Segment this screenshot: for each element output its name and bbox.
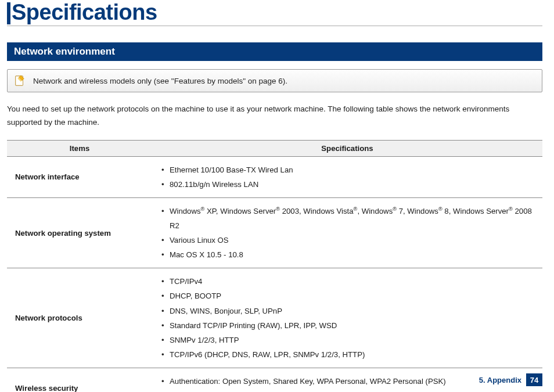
spec-list-item: Ethernet 10/100 Base-TX Wired Lan <box>160 163 534 177</box>
note-box: Network and wireless models only (see "F… <box>7 69 542 92</box>
table-row: Wireless securityAuthentication: Open Sy… <box>7 368 542 392</box>
spec-list: Authentication: Open System, Shared Key,… <box>160 374 534 392</box>
spec-list-item: Standard TCP/IP Printing (RAW), LPR, IPP… <box>160 318 534 333</box>
spec-list: Windows® XP, Windows Server® 2003, Windo… <box>160 204 534 262</box>
row-item-name: Network protocols <box>7 268 152 368</box>
spec-list-item: DHCP, BOOTP <box>160 289 534 303</box>
row-item-name: Wireless security <box>7 368 152 392</box>
table-row: Network protocolsTCP/IPv4DHCP, BOOTPDNS,… <box>7 268 542 368</box>
page-title: Specifications <box>12 0 157 23</box>
spec-table: Items Specifications Network interfaceEt… <box>7 140 542 392</box>
table-row: Network interfaceEthernet 10/100 Base-TX… <box>7 156 542 197</box>
spec-list-item: TCP/IPv6 (DHCP, DNS, RAW, LPR, SNMPv 1/2… <box>160 347 534 362</box>
row-item-name: Network operating system <box>7 198 152 268</box>
spec-list-item: Encryption: WEP64, WEP128, TKIP, AES <box>160 389 534 392</box>
title-row: Specifications <box>7 0 542 26</box>
note-icon <box>13 74 26 87</box>
footer: 5. Appendix 74 <box>479 373 542 386</box>
footer-chapter: 5. Appendix <box>479 376 521 384</box>
spec-list: Ethernet 10/100 Base-TX Wired Lan802.11b… <box>160 163 534 192</box>
footer-page-number: 74 <box>526 373 542 386</box>
title-accent-bar <box>7 2 10 24</box>
spec-list-item: Mac OS X 10.5 - 10.8 <box>160 247 534 262</box>
spec-list-item: Authentication: Open System, Shared Key,… <box>160 374 534 389</box>
intro-text: You need to set up the network protocols… <box>7 103 542 130</box>
spec-list-item: TCP/IPv4 <box>160 274 534 289</box>
col-header-specs: Specifications <box>152 140 542 156</box>
row-item-name: Network interface <box>7 156 152 197</box>
row-spec-cell: Ethernet 10/100 Base-TX Wired Lan802.11b… <box>152 156 542 197</box>
note-text: Network and wireless models only (see "F… <box>33 77 287 85</box>
row-spec-cell: TCP/IPv4DHCP, BOOTPDNS, WINS, Bonjour, S… <box>152 268 542 368</box>
row-spec-cell: Windows® XP, Windows Server® 2003, Windo… <box>152 198 542 268</box>
spec-list-item: Various Linux OS <box>160 233 534 247</box>
spec-list-item: Windows® XP, Windows Server® 2003, Windo… <box>160 204 534 233</box>
col-header-items: Items <box>7 140 152 156</box>
spec-list-item: SNMPv 1/2/3, HTTP <box>160 333 534 347</box>
table-row: Network operating systemWindows® XP, Win… <box>7 198 542 268</box>
spec-list-item: DNS, WINS, Bonjour, SLP, UPnP <box>160 304 534 318</box>
section-header: Network environment <box>7 42 542 61</box>
spec-list: TCP/IPv4DHCP, BOOTPDNS, WINS, Bonjour, S… <box>160 274 534 361</box>
spec-list-item: 802.11b/g/n Wireless LAN <box>160 177 534 192</box>
